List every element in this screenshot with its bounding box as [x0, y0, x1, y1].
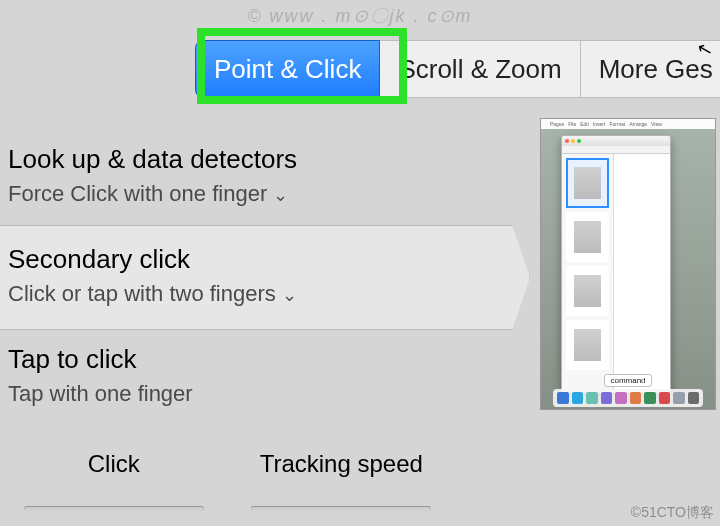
menubar-item: Format: [609, 121, 625, 127]
dock-app-icon: [688, 392, 700, 404]
option-secondary-title: Secondary click: [8, 244, 492, 275]
dock-app-icon: [586, 392, 598, 404]
gesture-options: Look up & data detectors Force Click wit…: [0, 130, 500, 425]
trackpad-tabs: Point & Click Scroll & Zoom More Ges: [195, 40, 720, 98]
preview-thumb: [566, 266, 609, 316]
click-slider-block: Click: [24, 450, 204, 511]
option-lookup-sub[interactable]: Force Click with one finger ⌄: [8, 181, 492, 207]
dock-app-icon: [630, 392, 642, 404]
option-secondary-sub-text: Click or tap with two fingers: [8, 281, 276, 307]
dock-app-icon: [601, 392, 613, 404]
traffic-light-close-icon: [565, 139, 569, 143]
menubar-item: Edit: [580, 121, 589, 127]
sliders-row: Click Tracking speed: [0, 450, 455, 511]
option-secondary-click[interactable]: Secondary click Click or tap with two fi…: [0, 225, 500, 330]
menubar-item: Arrange: [629, 121, 647, 127]
tracking-slider-block: Tracking speed: [251, 450, 431, 511]
watermark-bottom: ©51CTO博客: [631, 504, 714, 522]
menubar-item: Insert: [593, 121, 606, 127]
click-slider-label: Click: [24, 450, 204, 478]
gesture-preview: Pages File Edit Insert Format Arrange Vi…: [540, 118, 716, 410]
option-lookup[interactable]: Look up & data detectors Force Click wit…: [0, 130, 500, 225]
traffic-light-max-icon: [577, 139, 581, 143]
preview-menubar: Pages File Edit Insert Format Arrange Vi…: [541, 119, 715, 129]
tab-point-click[interactable]: Point & Click: [195, 40, 380, 98]
watermark-top: © www . m⊙〇jk . c⊙m: [0, 4, 720, 28]
tracking-slider-label: Tracking speed: [251, 450, 431, 478]
preview-content: [614, 154, 670, 392]
preview-thumb: [566, 158, 609, 208]
preview-window: [561, 135, 671, 393]
dock-app-icon: [673, 392, 685, 404]
option-tap-to-click[interactable]: Tap to click Tap with one finger: [0, 330, 500, 425]
dock-app-icon: [572, 392, 584, 404]
tracking-slider[interactable]: [251, 506, 431, 511]
option-lookup-sub-text: Force Click with one finger: [8, 181, 267, 207]
chevron-down-icon: ⌄: [282, 284, 297, 306]
preview-thumb: [566, 212, 609, 262]
option-tap-title: Tap to click: [8, 344, 492, 375]
option-tap-sub: Tap with one finger: [8, 381, 492, 407]
option-tap-sub-text: Tap with one finger: [8, 381, 193, 407]
option-secondary-sub[interactable]: Click or tap with two fingers ⌄: [8, 281, 492, 307]
tab-scroll-zoom[interactable]: Scroll & Zoom: [380, 40, 580, 98]
dock-app-icon: [644, 392, 656, 404]
preview-sidebar: [562, 154, 614, 392]
menubar-item: Pages: [550, 121, 564, 127]
dock-app-icon: [659, 392, 671, 404]
traffic-light-min-icon: [571, 139, 575, 143]
dock-app-icon: [615, 392, 627, 404]
preview-dock-wrap: command: [541, 374, 715, 409]
preview-titlebar: [562, 136, 670, 146]
dock-app-icon: [557, 392, 569, 404]
preview-toolbar: [562, 146, 670, 154]
chevron-down-icon: ⌄: [273, 184, 288, 206]
menubar-item: File: [568, 121, 576, 127]
click-slider[interactable]: [24, 506, 204, 511]
preview-dock: [553, 389, 703, 407]
menubar-item: View: [651, 121, 662, 127]
preview-thumb: [566, 320, 609, 370]
dock-tooltip: command: [604, 374, 651, 387]
option-lookup-title: Look up & data detectors: [8, 144, 492, 175]
